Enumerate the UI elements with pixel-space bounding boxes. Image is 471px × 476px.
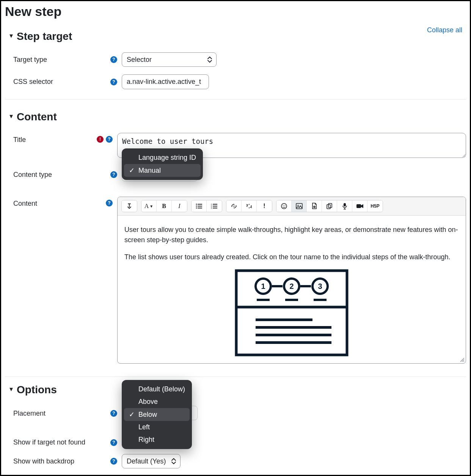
row-content-type: Content type ? Manual Language string ID… [13,163,466,184]
dropdown-option-label: Language string ID [138,154,196,162]
section-content-title: Content [17,111,57,123]
svg-point-2 [196,206,197,207]
svg-text:2: 2 [289,282,294,290]
help-icon[interactable]: ? [110,79,117,85]
toolbar-italic-button[interactable]: I [172,200,187,212]
svg-rect-37 [256,334,331,336]
toolbar-emoji-button[interactable] [276,200,292,212]
label-show-if-not-found: Show if target not found [13,438,100,446]
css-selector-input[interactable] [122,74,209,89]
toolbar-h5p-button[interactable]: H5P [367,200,383,212]
row-show-backdrop: Show with backdrop ? Default (Yes) [13,450,466,472]
row-placement: Placement ? Below Default (Below) Above … [13,402,466,425]
svg-point-14 [284,205,285,206]
svg-rect-5 [198,208,202,208]
content-type-option-lang-id[interactable]: Language string ID [122,151,203,164]
label-placement: Placement [13,410,100,418]
svg-point-16 [297,205,298,206]
label-title: Title [13,133,97,144]
chevron-down-icon: ▾ [9,112,13,120]
placement-option-above[interactable]: Above [122,396,192,408]
placement-option-left[interactable]: Left [122,421,192,433]
label-css-selector: CSS selector [13,78,100,86]
toolbar-warning-button[interactable]: ! [257,200,272,212]
help-icon[interactable]: ? [110,56,117,63]
toolbar-ol-button[interactable]: 123 [207,200,222,212]
rich-text-editor: A▼ B I 123 [117,197,466,364]
placement-option-below[interactable]: ✓Below [124,408,190,421]
svg-rect-21 [356,204,361,208]
content-paragraph: User tours allow you to create simple wa… [124,225,459,245]
help-icon[interactable]: ? [110,171,117,178]
section-options-header[interactable]: ▾ Options [9,384,466,396]
row-target-type: Target type ? Selector [13,49,466,71]
target-type-select[interactable]: Selector [122,52,217,67]
help-icon[interactable]: ? [110,458,117,465]
collapse-all-link[interactable]: Collapse all [427,26,462,34]
dropdown-option-label: Right [138,436,154,444]
toolbar-ul-button[interactable] [192,200,207,212]
label-content-type: Content type [13,171,100,179]
check-icon: ✓ [129,410,135,419]
toolbar-expand-button[interactable] [122,200,137,212]
section-step-target-header[interactable]: ▾ Step target [9,30,466,43]
svg-rect-35 [256,318,312,321]
placement-dropdown: Default (Below) Above ✓Below Left Right [122,380,192,449]
chevron-down-icon: ▾ [9,385,13,393]
dropdown-option-label: Manual [138,167,161,175]
svg-point-12 [281,203,287,209]
placement-option-default[interactable]: Default (Below) [122,383,192,396]
section-divider [5,377,466,377]
help-icon[interactable]: ? [110,410,117,417]
svg-rect-3 [198,206,202,206]
svg-rect-34 [314,299,327,301]
toolbar-file-button[interactable] [307,200,322,212]
check-icon: ✓ [129,166,135,175]
help-icon[interactable]: ? [106,200,113,206]
toolbar-bold-button[interactable]: B [157,200,172,212]
toolbar-image-button[interactable] [292,200,307,212]
svg-rect-9 [213,206,217,206]
svg-rect-7 [213,204,217,205]
svg-text:1: 1 [261,282,265,290]
toolbar-link-button[interactable] [226,200,242,212]
row-show-if-not-found: Show if target not found ? [13,435,466,450]
toolbar-unlink-button[interactable] [242,200,257,212]
help-icon[interactable]: ? [110,439,117,446]
svg-point-4 [196,208,197,209]
chevron-down-icon: ▾ [9,32,13,40]
label-target-type: Target type [13,56,100,64]
dropdown-option-label: Above [138,398,158,406]
toolbar-copy-button[interactable] [322,200,337,212]
svg-point-0 [196,204,197,205]
dropdown-option-label: Default (Below) [138,385,185,393]
section-step-target-title: Step target [17,30,72,43]
content-paragraph: The list shows user tours already create… [124,252,459,262]
svg-text:3: 3 [318,282,322,290]
toolbar-mic-button[interactable] [337,200,352,212]
show-backdrop-select[interactable]: Default (Yes) [122,454,181,468]
section-divider [5,99,466,99]
dropdown-option-label: Left [138,423,150,431]
resize-handle-icon[interactable] [460,357,465,363]
placement-option-right[interactable]: Right [122,433,192,446]
svg-rect-32 [257,299,270,301]
toolbar-paragraph-button[interactable]: A▼ [141,200,157,212]
svg-rect-38 [256,341,331,344]
svg-rect-20 [344,203,346,206]
svg-rect-11 [213,208,217,208]
editor-content-area[interactable]: User tours allow you to create simple wa… [118,216,466,363]
row-proceed-on-click: Proceed on click ? Default (No) [13,472,466,476]
editor-toolbar: A▼ B I 123 [118,197,466,216]
svg-rect-33 [285,299,298,301]
row-css-selector: CSS selector ? [13,71,466,93]
section-content-header[interactable]: ▾ Content [9,111,466,123]
row-content-body: Content ? A▼ B I [13,193,466,367]
toolbar-video-button[interactable] [352,200,367,212]
content-type-option-manual[interactable]: ✓ Manual [124,164,201,177]
row-title: Title ! ? Welcome to user tours [13,129,466,163]
label-show-backdrop: Show with backdrop [13,457,100,465]
help-icon[interactable]: ? [106,136,113,143]
page-title: New step [5,4,466,19]
svg-rect-36 [256,326,331,329]
